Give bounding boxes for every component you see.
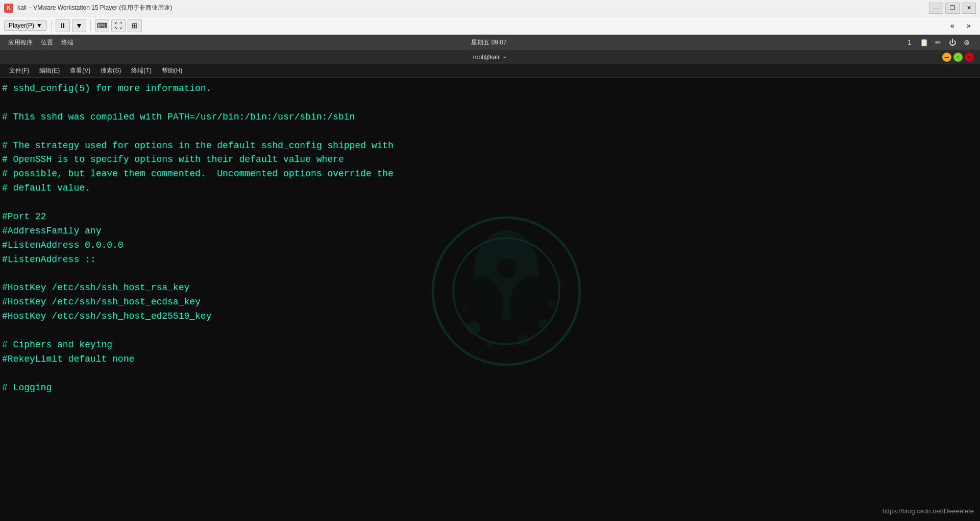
nav-back-button[interactable]: « xyxy=(945,19,960,32)
dropdown-arrow-icon: ▼ xyxy=(36,22,42,29)
csdn-link: https://blog.csdn.net/Deeeelete xyxy=(883,507,974,515)
menu-view[interactable]: 查看(V) xyxy=(65,65,95,76)
terminal-title-controls: — + ✕ xyxy=(942,53,974,62)
clipboard-icon: 📋 xyxy=(919,37,929,48)
toolbar: Player(P) ▼ ⏸ ▼ ⌨ ⛶ ⊞ « » xyxy=(0,16,980,35)
terminal-title-bar: root@kali: ~ — + ✕ xyxy=(0,50,980,64)
pause-button[interactable]: ⏸ xyxy=(56,19,70,32)
vm-top-bar-left: 应用程序 位置 终端 xyxy=(8,38,74,47)
menu-edit[interactable]: 编辑(E) xyxy=(34,65,65,76)
close-button[interactable]: ✕ xyxy=(962,3,976,14)
terminal-minimize-button[interactable]: — xyxy=(942,53,951,62)
network-icon: ⊗ xyxy=(962,37,972,48)
terminal-menu[interactable]: 终端 xyxy=(61,38,74,47)
terminal-output: # sshd_config(5) for more information. #… xyxy=(2,82,978,395)
minimize-button[interactable]: — xyxy=(929,3,943,14)
terminal-content: # sshd_config(5) for more information. #… xyxy=(0,78,980,521)
power-icon: ⏻ xyxy=(947,37,958,48)
datetime-display: 星期五 09:07 xyxy=(471,38,506,47)
terminal-close-button[interactable]: ✕ xyxy=(965,53,974,62)
title-bar-controls: — ❐ ✕ xyxy=(929,3,976,14)
places-menu[interactable]: 位置 xyxy=(41,38,53,47)
player-menu-button[interactable]: Player(P) ▼ xyxy=(4,20,47,31)
terminal-maximize-button[interactable]: + xyxy=(953,53,963,62)
nav-fwd-button[interactable]: » xyxy=(962,19,976,32)
vm-top-bar-right: 1 📋 ✏ ⏻ ⊗ xyxy=(904,37,972,48)
menu-help[interactable]: 帮助(H) xyxy=(157,65,188,76)
applications-menu[interactable]: 应用程序 xyxy=(8,38,33,47)
restore-button[interactable]: ❐ xyxy=(945,3,960,14)
send-ctrl-alt-del-button[interactable]: ⌨ xyxy=(95,19,109,32)
vm-top-bar: 应用程序 位置 终端 星期五 09:07 1 📋 ✏ ⏻ ⊗ xyxy=(0,35,980,50)
unity-button[interactable]: ⊞ xyxy=(128,19,142,32)
kbd-indicator: 1 xyxy=(904,37,915,48)
terminal-title-text: root@kali: ~ xyxy=(37,54,942,61)
menu-file[interactable]: 文件(F) xyxy=(4,65,34,76)
power-menu-button[interactable]: ▼ xyxy=(72,19,86,32)
menu-bar: 文件(F) 编辑(E) 查看(V) 搜索(S) 终端(T) 帮助(H) xyxy=(0,64,980,78)
toolbar-separator xyxy=(51,20,52,31)
title-bar-left: K kali – VMware Workstation 15 Player (仅… xyxy=(4,4,172,13)
title-bar: K kali – VMware Workstation 15 Player (仅… xyxy=(0,0,980,16)
menu-terminal[interactable]: 终端(T) xyxy=(126,65,156,76)
fullscreen-button[interactable]: ⛶ xyxy=(111,19,126,32)
edit-icon: ✏ xyxy=(933,37,943,48)
toolbar-separator-2 xyxy=(90,20,91,31)
app-icon: K xyxy=(4,4,13,13)
title-bar-text: kali – VMware Workstation 15 Player (仅用于… xyxy=(17,4,172,12)
menu-search[interactable]: 搜索(S) xyxy=(95,65,126,76)
